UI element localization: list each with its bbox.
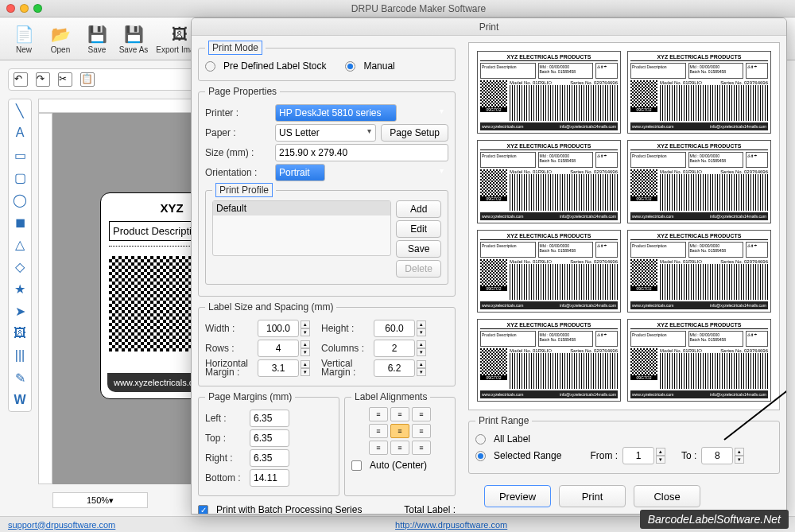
align-bc[interactable]: ≡	[390, 441, 409, 455]
signature-tool-icon[interactable]: ✎	[12, 370, 28, 386]
website-link[interactable]: http://www.drpusoftware.com	[395, 520, 507, 530]
dialog-actions: Preview Print Close	[468, 485, 780, 507]
top-margin-field[interactable]	[250, 429, 289, 447]
printer-label: Printer :	[205, 107, 270, 118]
label-alignments-legend: Label Alignments	[351, 391, 430, 402]
bottom-margin-field[interactable]	[250, 469, 289, 487]
label-size-group: Label Size and Spacing (mm) Width : ▴▾ H…	[198, 301, 456, 386]
batch-label: Print with Batch Processing Series	[216, 504, 362, 514]
selected-range-radio[interactable]	[475, 451, 486, 461]
image-tool-icon[interactable]: 🖼	[12, 325, 28, 341]
cut-icon[interactable]: ✂	[58, 72, 72, 87]
predefined-radio[interactable]	[205, 61, 215, 72]
text-tool-icon[interactable]: A	[12, 125, 28, 141]
watermark-badge: BarcodeLabelSoftware.Net	[640, 510, 789, 529]
rows-label: Rows :	[205, 343, 253, 354]
close-button[interactable]: Close	[634, 485, 700, 507]
auto-center-checkbox[interactable]	[351, 460, 362, 471]
undo-icon[interactable]: ↶	[14, 72, 28, 87]
height-field[interactable]	[374, 320, 415, 337]
right-margin-field[interactable]	[250, 449, 289, 467]
rows-stepper[interactable]: ▴▾	[301, 340, 310, 356]
watermark-tool-icon[interactable]: W	[12, 392, 28, 408]
align-tl[interactable]: ≡	[369, 407, 388, 421]
roundrect-tool-icon[interactable]: ▢	[12, 169, 28, 185]
close-window-icon[interactable]	[6, 4, 15, 13]
copy-icon[interactable]: 📋	[80, 72, 95, 87]
profile-default-item[interactable]: Default	[213, 201, 390, 216]
rect-tool-icon[interactable]: ▭	[12, 147, 28, 163]
paper-select[interactable]: US Letter	[275, 124, 376, 142]
minimize-window-icon[interactable]	[20, 4, 29, 13]
profile-edit-button[interactable]: Edit	[396, 220, 441, 238]
cols-field[interactable]	[374, 340, 415, 357]
to-stepper[interactable]: ▴▾	[735, 448, 744, 464]
all-label-radio[interactable]	[475, 434, 486, 445]
support-email-link[interactable]: support@drpusoftware.com	[8, 520, 115, 530]
preview-button[interactable]: Preview	[484, 485, 551, 507]
top-margin-label: Top :	[205, 433, 245, 444]
height-label: Height :	[321, 323, 369, 334]
bottom-margin-label: Bottom :	[205, 472, 245, 483]
window-titlebar: DRPU Barcode Maker Software	[0, 0, 795, 17]
square-tool-icon[interactable]: ◼	[12, 214, 28, 230]
barcode-tool-icon[interactable]: |||	[12, 348, 28, 363]
manual-radio[interactable]	[345, 61, 355, 72]
align-tc[interactable]: ≡	[390, 407, 409, 421]
print-range-group: Print Range All Label Selected Range Fro…	[468, 415, 780, 474]
all-label-text: All Label	[494, 433, 530, 445]
vmargin-field[interactable]	[374, 359, 415, 377]
zoom-level[interactable]: 150% ▾	[52, 492, 148, 508]
left-margin-field[interactable]	[250, 410, 289, 427]
align-mc[interactable]: ≡	[390, 424, 409, 438]
new-button[interactable]: 📄New	[6, 21, 41, 56]
hmargin-field[interactable]	[258, 359, 299, 377]
open-icon: 📂	[49, 23, 72, 45]
orientation-select[interactable]: Portrait	[275, 164, 325, 181]
align-br[interactable]: ≡	[412, 441, 431, 455]
width-stepper[interactable]: ▴▾	[301, 320, 310, 336]
cols-stepper[interactable]: ▴▾	[417, 340, 426, 356]
save-button[interactable]: 💾Save	[80, 21, 114, 56]
profile-save-button[interactable]: Save	[396, 240, 441, 258]
saveas-label: Save As	[119, 45, 149, 54]
hmargin-stepper[interactable]: ▴▾	[301, 360, 310, 376]
hmargin-label: Horizontal Margin :	[205, 359, 253, 377]
cols-label: Columns :	[321, 343, 369, 354]
align-mr[interactable]: ≡	[412, 424, 431, 438]
label-alignments-group: Label Alignments ≡≡≡ ≡≡≡ ≡≡≡ Auto (Cente…	[344, 391, 456, 496]
width-field[interactable]	[258, 320, 299, 337]
align-bl[interactable]: ≡	[369, 441, 388, 455]
dialog-left-panel: Print Mode Pre Defined Label Stock Manua…	[192, 36, 462, 514]
to-field[interactable]	[701, 447, 733, 464]
align-tr[interactable]: ≡	[412, 407, 431, 421]
triangle-tool-icon[interactable]: △	[12, 236, 28, 252]
align-ml[interactable]: ≡	[369, 424, 388, 438]
printer-select[interactable]: HP DeskJet 5810 series	[275, 104, 397, 122]
print-mode-group: Print Mode Pre Defined Label Stock Manua…	[198, 42, 456, 81]
page-setup-button[interactable]: Page Setup	[381, 124, 448, 142]
diamond-tool-icon[interactable]: ◇	[12, 258, 28, 274]
manual-label: Manual	[363, 60, 394, 72]
vmargin-stepper[interactable]: ▴▾	[417, 360, 426, 376]
ellipse-tool-icon[interactable]: ◯	[12, 192, 28, 208]
maximize-window-icon[interactable]	[33, 4, 42, 13]
size-field[interactable]	[275, 144, 448, 161]
line-tool-icon[interactable]: ╲	[12, 103, 28, 118]
from-stepper[interactable]: ▴▾	[656, 448, 665, 464]
open-button[interactable]: 📂Open	[43, 21, 78, 56]
star-tool-icon[interactable]: ★	[12, 281, 28, 297]
rows-field[interactable]	[258, 340, 299, 357]
print-profile-group: Print Profile Default Add Edit Save Dele…	[205, 184, 448, 285]
alignment-grid: ≡≡≡ ≡≡≡ ≡≡≡	[351, 407, 448, 455]
profile-add-button[interactable]: Add	[396, 200, 441, 218]
from-field[interactable]	[622, 447, 654, 464]
batch-checkbox[interactable]: ✓	[198, 505, 208, 515]
print-button[interactable]: Print	[559, 485, 626, 507]
profile-list[interactable]: Default	[212, 200, 391, 256]
saveas-button[interactable]: 💾Save As	[116, 21, 151, 56]
redo-icon[interactable]: ↷	[36, 72, 50, 87]
save-icon: 💾	[86, 23, 108, 45]
height-stepper[interactable]: ▴▾	[417, 320, 426, 336]
arrow-tool-icon[interactable]: ➤	[12, 303, 28, 319]
